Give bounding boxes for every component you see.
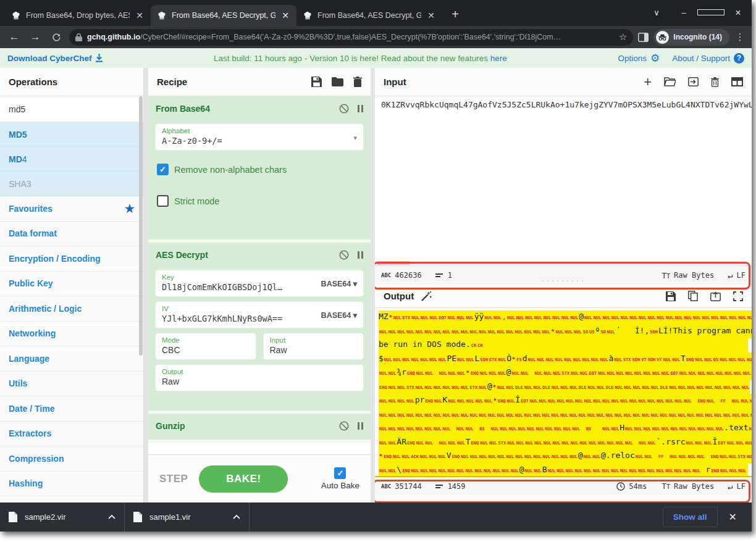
- tab-close-icon[interactable]: ✕: [280, 10, 290, 20]
- back-button[interactable]: ←: [6, 29, 22, 45]
- input-eol[interactable]: LF: [737, 271, 746, 280]
- clear-input-trash-icon[interactable]: [711, 77, 719, 87]
- show-all-downloads-button[interactable]: Show all: [663, 507, 718, 527]
- operations-search-input[interactable]: [0, 96, 143, 122]
- tab-close-icon[interactable]: ✕: [426, 10, 436, 20]
- load-recipe-folder-icon[interactable]: [332, 77, 343, 86]
- minimize-button[interactable]: –: [670, 0, 697, 26]
- font-size-icon[interactable]: TT: [662, 271, 670, 280]
- disable-op-icon[interactable]: [339, 421, 349, 431]
- disable-op-icon[interactable]: [339, 250, 349, 260]
- aes-input-field[interactable]: Input Raw: [264, 333, 364, 359]
- strict-mode-row[interactable]: Strict mode: [157, 195, 362, 207]
- about-support-link[interactable]: About / Support: [672, 54, 730, 63]
- browser-tab[interactable]: From Base64, Drop bytes, AES De✕: [5, 5, 151, 26]
- category-extractors[interactable]: Extractors: [0, 422, 143, 447]
- remove-non-alphabet-row[interactable]: ✓ Remove non-alphabet chars: [157, 164, 362, 175]
- category-networking[interactable]: Networking: [0, 322, 143, 347]
- output-encoding[interactable]: Raw Bytes: [674, 482, 714, 491]
- menu-kebab-icon[interactable]: ⋮: [734, 31, 746, 43]
- panel-divider[interactable]: [371, 68, 375, 502]
- output-eol[interactable]: LF: [737, 482, 746, 491]
- category-date-time[interactable]: Date / Time: [0, 396, 143, 422]
- chevron-up-icon[interactable]: [233, 515, 240, 519]
- input-tabs-layout-icon[interactable]: [731, 77, 743, 86]
- bookmark-star-icon[interactable]: ☆: [619, 31, 627, 43]
- category-utils[interactable]: Utils: [0, 372, 143, 397]
- maximize-button[interactable]: [697, 0, 724, 26]
- aes-key-field[interactable]: Key Dl18jComEmKkOIGBSDoj1Ql… BASE64 ▾: [156, 270, 363, 296]
- category-hashing[interactable]: Hashing: [0, 472, 143, 497]
- operations-scrollbar[interactable]: [139, 96, 143, 356]
- category-language[interactable]: Language: [0, 346, 143, 372]
- remove-non-alphabet-checkbox[interactable]: ✓: [157, 164, 169, 175]
- breakpoint-pause-icon[interactable]: [358, 251, 363, 259]
- options-link[interactable]: Options: [618, 54, 647, 63]
- operation-search-result[interactable]: SHA3: [0, 172, 143, 196]
- close-downloads-icon[interactable]: ✕: [724, 511, 742, 523]
- browser-tab[interactable]: From Base64, AES Decrypt, Gunzi✕: [151, 5, 296, 26]
- release-notes-link[interactable]: here: [490, 54, 507, 63]
- bake-button[interactable]: BAKE!: [199, 465, 288, 493]
- incognito-badge[interactable]: Incognito (14): [653, 29, 729, 46]
- side-panel-icon[interactable]: [638, 33, 649, 42]
- browser-toolbar: ← → gchq.github.io/CyberChef/#recipe=Fro…: [0, 26, 752, 48]
- category-data-format[interactable]: Data format: [0, 222, 143, 247]
- auto-bake-checkbox[interactable]: ✓: [334, 467, 346, 479]
- aes-mode-field[interactable]: Mode CBC: [156, 333, 256, 359]
- save-output-icon[interactable]: [666, 291, 676, 301]
- input-hscrollbar[interactable]: [375, 261, 752, 265]
- url-bar[interactable]: gchq.github.io/CyberChef/#recipe=From_Ba…: [69, 29, 633, 46]
- breakpoint-pause-icon[interactable]: [358, 422, 363, 430]
- input-textarea[interactable]: 0K1ZRvvqRbkcUqmqL47gAofVz5J5Zc5LRUkAo+1u…: [375, 96, 752, 261]
- disable-op-icon[interactable]: [339, 104, 349, 114]
- tab-close-icon[interactable]: ✕: [135, 10, 145, 20]
- edit-favourites-star-icon[interactable]: ★: [125, 202, 135, 215]
- alphabet-field[interactable]: Alphabet A-Za-z0-9+/= ▾: [156, 124, 363, 150]
- chevron-up-icon[interactable]: [108, 515, 116, 519]
- category-encryption-encoding[interactable]: Encryption / Encoding: [0, 246, 143, 272]
- operation-search-result[interactable]: MD5: [0, 122, 143, 147]
- step-button[interactable]: STEP: [159, 473, 188, 485]
- aes-iv-field[interactable]: IV YJl+bxGLG7kKmhLNyRs0wA== BASE64 ▾: [156, 302, 363, 328]
- save-recipe-icon[interactable]: [311, 77, 322, 87]
- magic-wand-icon[interactable]: [420, 291, 432, 302]
- alphabet-dropdown-caret-icon[interactable]: ▾: [353, 134, 357, 142]
- open-folder-icon[interactable]: [664, 77, 676, 86]
- open-output-in-tab-icon[interactable]: [710, 291, 721, 301]
- auto-bake-control[interactable]: ✓ Auto Bake: [321, 467, 359, 490]
- download-chip[interactable]: sample2.vir: [0, 502, 125, 532]
- category-public-key[interactable]: Public Key: [0, 272, 143, 297]
- category-arithmetic-logic[interactable]: Arithmetic / Logic: [0, 296, 143, 322]
- tab-search-chevron-icon[interactable]: ∨: [643, 0, 670, 26]
- aes-key-type-dropdown[interactable]: BASE64 ▾: [321, 279, 357, 288]
- help-icon[interactable]: ?: [734, 53, 744, 64]
- category-compression[interactable]: Compression: [0, 446, 143, 472]
- close-button[interactable]: ×: [724, 0, 752, 26]
- operation-search-result[interactable]: MD4: [0, 147, 143, 172]
- browser-tab[interactable]: From Base64, AES Decrypt, Gunzi✕: [296, 5, 442, 26]
- gear-icon[interactable]: ⚙: [650, 53, 660, 64]
- maximize-output-icon[interactable]: [733, 291, 743, 301]
- op-from-base64[interactable]: From Base64 Alphabet A-Za-z0-9+/= ▾ ✓ Re: [148, 96, 371, 240]
- panel-divider[interactable]: [144, 68, 148, 502]
- add-input-icon[interactable]: +: [644, 74, 652, 90]
- reload-button[interactable]: [48, 29, 64, 45]
- io-resize-handle[interactable]: ·········: [541, 278, 586, 285]
- aes-iv-type-dropdown[interactable]: BASE64 ▾: [321, 311, 357, 320]
- strict-mode-checkbox[interactable]: [157, 195, 169, 207]
- new-tab-button[interactable]: +: [446, 5, 464, 23]
- download-cyberchef-link[interactable]: Download CyberChef: [7, 54, 103, 63]
- download-chip[interactable]: sample1.vir: [125, 502, 250, 532]
- clear-recipe-trash-icon[interactable]: [353, 77, 362, 87]
- aes-output-field[interactable]: Output Raw: [156, 365, 363, 391]
- category-favourites[interactable]: Favourites★: [0, 196, 143, 222]
- op-gunzip[interactable]: Gunzip: [148, 414, 371, 440]
- open-file-as-input-icon[interactable]: [688, 77, 699, 86]
- input-encoding[interactable]: Raw Bytes: [674, 271, 714, 280]
- breakpoint-pause-icon[interactable]: [358, 105, 363, 112]
- copy-output-icon[interactable]: [688, 291, 698, 301]
- font-size-icon[interactable]: TT: [662, 482, 670, 491]
- op-aes-decrypt[interactable]: AES Decrypt Key Dl18jComEmKkOIGBSDoj1Ql……: [148, 243, 371, 411]
- forward-button[interactable]: →: [27, 29, 43, 45]
